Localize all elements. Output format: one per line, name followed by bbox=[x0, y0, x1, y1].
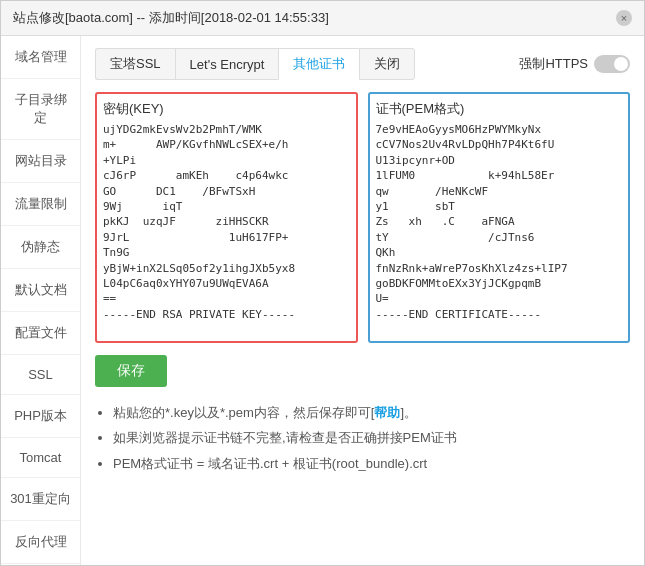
sidebar-item-rewrite[interactable]: 伪静态 bbox=[1, 226, 80, 269]
sidebar-item-traffic[interactable]: 流量限制 bbox=[1, 183, 80, 226]
tabs-row: 宝塔SSL Let's Encrypt 其他证书 关闭 强制HTTPS bbox=[95, 48, 630, 80]
key-panel: 密钥(KEY) ujYDG2mkEvsWv2b2PmhT/WMK m+ AWP/… bbox=[95, 92, 358, 343]
tab-close[interactable]: 关闭 bbox=[359, 48, 415, 80]
cert-panel-title: 证书(PEM格式) bbox=[376, 100, 623, 118]
cert-panels: 密钥(KEY) ujYDG2mkEvsWv2b2PmhT/WMK m+ AWP/… bbox=[95, 92, 630, 343]
sidebar-item-tomcat[interactable]: Tomcat bbox=[1, 438, 80, 478]
sidebar-item-hotlink[interactable]: 防盗链 bbox=[1, 564, 80, 565]
sidebar-item-301[interactable]: 301重定向 bbox=[1, 478, 80, 521]
cert-textarea[interactable]: 7e9vHEAoGyysMO6HzPWYMkyNx cCV7Nos2Uv4RvL… bbox=[376, 122, 623, 332]
notes-list: 粘贴您的*.key以及*.pem内容，然后保存即可[帮助]。 如果浏览器提示证书… bbox=[95, 401, 630, 475]
https-toggle-switch[interactable] bbox=[594, 55, 630, 73]
sidebar-item-domain[interactable]: 域名管理 bbox=[1, 36, 80, 79]
cert-panel: 证书(PEM格式) 7e9vHEAoGyysMO6HzPWYMkyNx cCV7… bbox=[368, 92, 631, 343]
sidebar-item-default-doc[interactable]: 默认文档 bbox=[1, 269, 80, 312]
title-bar: 站点修改[baota.com] -- 添加时间[2018-02-01 14:55… bbox=[1, 1, 644, 36]
tab-other-cert[interactable]: 其他证书 bbox=[278, 48, 359, 80]
tab-lets-encrypt[interactable]: Let's Encrypt bbox=[175, 48, 279, 80]
sidebar: 域名管理 子目录绑定 网站目录 流量限制 伪静态 默认文档 配置文件 SSL P… bbox=[1, 36, 81, 565]
sidebar-item-webdir[interactable]: 网站目录 bbox=[1, 140, 80, 183]
sidebar-item-config[interactable]: 配置文件 bbox=[1, 312, 80, 355]
main-window: 站点修改[baota.com] -- 添加时间[2018-02-01 14:55… bbox=[0, 0, 645, 566]
main-layout: 域名管理 子目录绑定 网站目录 流量限制 伪静态 默认文档 配置文件 SSL P… bbox=[1, 36, 644, 565]
note-item-3: PEM格式证书 = 域名证书.crt + 根证书(root_bundle).cr… bbox=[113, 452, 630, 475]
sidebar-item-php[interactable]: PHP版本 bbox=[1, 395, 80, 438]
sidebar-item-ssl[interactable]: SSL bbox=[1, 355, 80, 395]
help-link[interactable]: 帮助 bbox=[374, 405, 400, 420]
key-panel-title: 密钥(KEY) bbox=[103, 100, 350, 118]
key-textarea[interactable]: ujYDG2mkEvsWv2b2PmhT/WMK m+ AWP/KGvfhNWL… bbox=[103, 122, 350, 332]
note-item-1: 粘贴您的*.key以及*.pem内容，然后保存即可[帮助]。 bbox=[113, 401, 630, 424]
note-item-2: 如果浏览器提示证书链不完整,请检查是否正确拼接PEM证书 bbox=[113, 426, 630, 449]
tab-baota-ssl[interactable]: 宝塔SSL bbox=[95, 48, 175, 80]
sidebar-item-subdir[interactable]: 子目录绑定 bbox=[1, 79, 80, 140]
window-title: 站点修改[baota.com] -- 添加时间[2018-02-01 14:55… bbox=[13, 9, 329, 27]
close-button[interactable]: × bbox=[616, 10, 632, 26]
sidebar-item-proxy[interactable]: 反向代理 bbox=[1, 521, 80, 564]
content-area: 宝塔SSL Let's Encrypt 其他证书 关闭 强制HTTPS 密钥(K… bbox=[81, 36, 644, 565]
save-button[interactable]: 保存 bbox=[95, 355, 167, 387]
https-toggle-label: 强制HTTPS bbox=[519, 55, 588, 73]
tabs-container: 宝塔SSL Let's Encrypt 其他证书 关闭 bbox=[95, 48, 415, 80]
https-toggle-container: 强制HTTPS bbox=[519, 55, 630, 73]
